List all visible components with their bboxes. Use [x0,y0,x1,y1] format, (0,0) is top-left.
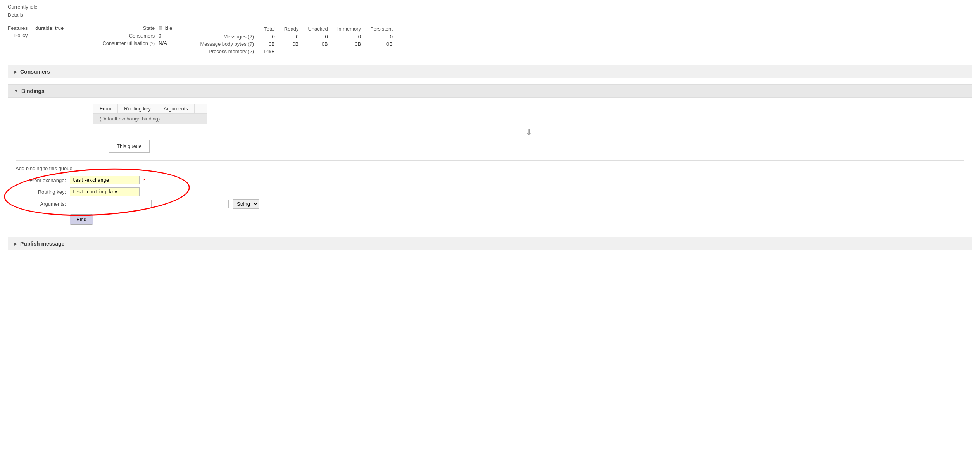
bindings-content: From Routing key Arguments (Default exch… [8,98,972,231]
consumers-label: Consumers [102,33,155,39]
messages-row-total-1: 0B [259,40,280,48]
bindings-col-arguments: Arguments [157,104,195,114]
messages-row-in_memory-2 [333,48,366,55]
consumer-utilisation-value: N/A [159,40,172,46]
messages-row-in_memory-0: 0 [333,33,366,41]
col-total: Total [259,25,280,33]
form-ellipse-wrapper: From exchange: * Routing key: [16,176,145,199]
publish-section-header[interactable]: ▶ Publish message [8,237,972,250]
bind-button[interactable]: Bind [70,214,93,225]
arguments-input-2[interactable] [151,200,229,208]
features-value: durable: true [35,25,64,31]
this-queue-box: This queue [109,140,150,153]
messages-row-label-0: Messages (?) [195,33,259,41]
details-section: Features durable: true Policy State idle… [8,21,972,59]
messages-row-unacked-0: 0 [303,33,332,41]
state-dot [159,26,162,30]
details-label: Details [8,12,972,18]
messages-row-unacked-1: 0B [303,40,332,48]
from-exchange-row: From exchange: * [16,176,145,184]
page-wrapper: Currently idle Details Features durable:… [0,0,980,254]
bindings-col-routing-key: Routing key [118,104,157,114]
from-exchange-label: From exchange: [16,177,66,183]
default-binding-row: (Default exchange binding) [93,114,207,124]
messages-row-unacked-2 [303,48,332,55]
publish-arrow-icon: ▶ [14,241,17,246]
col-ready: Ready [280,25,304,33]
bindings-arrow-icon: ▼ [14,89,18,93]
details-grid: Features durable: true Policy State idle… [8,25,972,55]
messages-row-in_memory-1: 0B [333,40,366,48]
messages-table-row-0: Messages (?)00000 [195,33,397,41]
col-in-memory: In memory [333,25,366,33]
add-binding-title: Add binding to this queue [16,165,964,171]
bindings-section-header[interactable]: ▼ Bindings [8,84,972,98]
consumer-utilisation-label: Consumer utilisation (?) [102,40,155,46]
messages-row-ready-0: 0 [280,33,304,41]
policy-label: Policy [8,33,28,38]
consumers-value: 0 [159,33,172,39]
state-label: State [102,25,155,31]
publish-section-title: Publish message [20,241,64,247]
messages-row-label-1: Message body bytes (?) [195,40,259,48]
messages-row-total-2: 14kB [259,48,280,55]
status-text: Currently idle [8,4,972,10]
required-star: * [143,177,145,183]
arguments-label: Arguments: [16,201,66,207]
routing-key-row: Routing key: [16,187,145,196]
bindings-col-action [194,104,207,114]
messages-row-persistent-1: 0B [366,40,397,48]
consumer-utilisation-help-icon: (?) [150,41,155,46]
messages-row-persistent-0: 0 [366,33,397,41]
routing-key-label: Routing key: [16,189,66,195]
bindings-table: From Routing key Arguments (Default exch… [93,104,207,124]
messages-row-persistent-2 [366,48,397,55]
state-text: idle [164,25,172,31]
from-exchange-input[interactable] [70,176,140,184]
messages-row-label-2: Process memory (?) [195,48,259,55]
messages-table-row-1: Message body bytes (?)0B0B0B0B0B [195,40,397,48]
messages-table-row-2: Process memory (?)14kB [195,48,397,55]
details-left: Features durable: true Policy [8,25,64,38]
bindings-section-title: Bindings [21,88,45,94]
state-value: idle [159,25,172,31]
consumers-arrow-icon: ▶ [14,69,17,74]
arguments-type-select[interactable]: String [233,199,259,209]
messages-row-total-0: 0 [259,33,280,41]
bindings-col-from: From [93,104,118,114]
messages-row-ready-1: 0B [280,40,304,48]
add-binding-section: Add binding to this queue From exchange:… [16,160,964,225]
details-mid: State idle Consumers 0 Consumer utilisat… [102,25,172,46]
arguments-row: Arguments: String [16,199,964,209]
messages-row-ready-2 [280,48,304,55]
routing-key-input[interactable] [70,187,140,196]
col-persistent: Persistent [366,25,397,33]
consumers-section-header[interactable]: ▶ Consumers [8,65,972,78]
consumers-section-title: Consumers [20,69,50,75]
binding-arrow-down: ⇓ [93,127,964,137]
messages-table: Total Ready Unacked In memory Persistent… [195,25,397,55]
col-unacked: Unacked [303,25,332,33]
features-label: Features [8,25,28,31]
arguments-input-1[interactable] [70,200,147,208]
messages-table-wrapper: Total Ready Unacked In memory Persistent… [188,25,397,55]
